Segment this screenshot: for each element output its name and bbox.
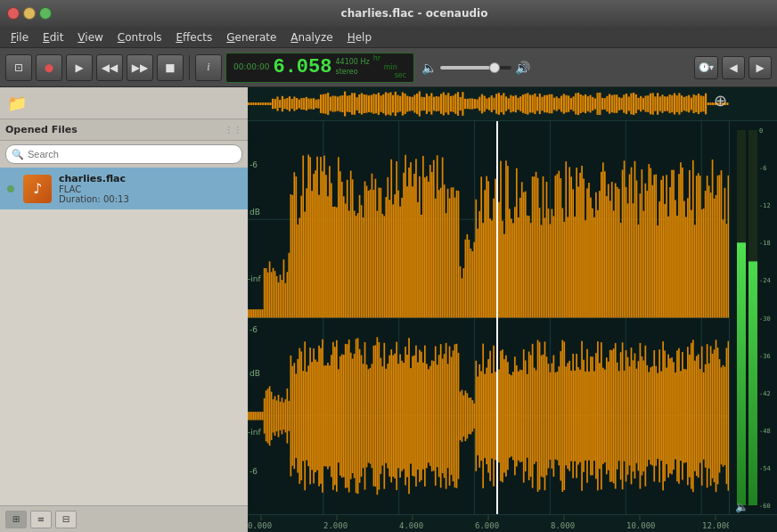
rewind-button[interactable]: ◀◀ <box>96 54 123 81</box>
search-icon: 🔍 <box>12 149 24 160</box>
menu-file[interactable]: File <box>4 29 36 45</box>
search-input[interactable] <box>28 149 236 160</box>
sample-rate: 44100 Hz <box>335 58 369 67</box>
menubar: File Edit View Controls Effects Generate… <box>0 27 777 48</box>
folder-icon: 📁 <box>7 94 27 112</box>
active-indicator <box>7 185 14 192</box>
time-display: 00:00:00 6.058 44100 Hz stereo hr min se… <box>225 53 414 83</box>
maximize-button[interactable] <box>39 7 52 20</box>
timeline <box>248 514 777 532</box>
volume-high-icon: 🔊 <box>515 61 530 75</box>
menu-edit[interactable]: Edit <box>36 29 70 45</box>
record-button[interactable]: ● <box>36 54 62 81</box>
loop-icon: ⊡ <box>14 61 23 74</box>
main-waveform-canvas <box>248 121 777 514</box>
dropdown-arrow: ▾ <box>709 62 714 72</box>
search-input-wrap: 🔍 <box>5 144 242 164</box>
time-min: 00 <box>247 62 257 71</box>
opened-files-label: Opened Files <box>5 124 221 135</box>
music-icon: ♪ <box>33 180 42 197</box>
waveform-canvas-area: -6 dB -inf -6 dB -inf -6 <box>248 121 777 514</box>
menu-generate[interactable]: Generate <box>219 29 283 45</box>
minimize-button[interactable] <box>23 7 36 20</box>
stop-button[interactable]: ■ <box>157 54 184 81</box>
menu-view[interactable]: View <box>70 29 110 45</box>
time-labels: hr min sec <box>373 54 407 80</box>
file-duration: Duration: 00:13 <box>59 194 129 204</box>
sidebar: 📁 Opened Files ⋮⋮ 🔍 ♪ charlies.flac FLAC… <box>0 87 248 532</box>
menu-analyze[interactable]: Analyze <box>283 29 339 45</box>
nav-back-icon: ◀ <box>729 61 737 74</box>
volume-thumb <box>489 62 500 73</box>
window-title: charlies.flac - ocenaudio <box>59 7 770 20</box>
menu-help[interactable]: Help <box>340 29 379 45</box>
volume-low-icon: 🔈 <box>421 61 437 75</box>
vu-canvas <box>730 121 777 514</box>
play-button[interactable]: ▶ <box>66 54 93 81</box>
file-list: ♪ charlies.flac FLAC Duration: 00:13 <box>0 168 248 505</box>
file-info: charlies.flac FLAC Duration: 00:13 <box>59 173 129 204</box>
overview-canvas <box>248 87 729 120</box>
opened-files-bar: Opened Files ⋮⋮ <box>0 119 248 141</box>
grip-icon: ⋮⋮ <box>225 125 242 135</box>
time-hrs: 00 <box>233 62 243 71</box>
window-controls <box>7 7 52 20</box>
nav-forward-button[interactable]: ▶ <box>748 56 772 79</box>
file-name: charlies.flac <box>59 173 129 184</box>
db-label-top-inf: -inf <box>248 274 261 283</box>
time-sec: 00 <box>259 62 269 71</box>
channels: stereo <box>335 68 369 77</box>
waveform-area[interactable]: ⊕ -6 dB -inf -6 dB -inf -6 <box>248 87 777 532</box>
playhead <box>496 121 498 514</box>
file-thumbnail: ♪ <box>23 175 52 203</box>
stop-icon: ■ <box>165 61 175 74</box>
db-label-mid-minus6: -6 <box>249 325 258 334</box>
db-label-bot-db: dB <box>249 369 260 378</box>
db-label-bot-minus6: -6 <box>249 467 258 476</box>
volume-control: 🔈 🔊 <box>421 61 530 75</box>
db-label-bot-inf: -inf <box>248 428 261 437</box>
view-grid-large[interactable]: ⊞ <box>5 511 27 528</box>
titlebar: charlies.flac - ocenaudio <box>0 0 777 27</box>
clock-icon: 🕐 <box>699 62 709 72</box>
view-detail[interactable]: ⊟ <box>55 511 77 528</box>
info-icon: i <box>207 61 209 74</box>
forward-button[interactable]: ▶▶ <box>127 54 153 81</box>
zoom-icon[interactable]: ⊕ <box>714 91 727 110</box>
volume-slider[interactable] <box>440 66 511 70</box>
close-button[interactable] <box>7 7 20 20</box>
volume-fill <box>440 66 490 70</box>
db-label-top-minus6: -6 <box>249 160 258 169</box>
db-label-top-db: dB <box>249 208 260 217</box>
menu-controls[interactable]: Controls <box>110 29 169 45</box>
forward-icon: ▶▶ <box>132 61 148 74</box>
file-item[interactable]: ♪ charlies.flac FLAC Duration: 00:13 <box>0 168 248 209</box>
toolbar: ⊡ ● ▶ ◀◀ ▶▶ ■ i 00:00:00 6.058 44100 Hz … <box>0 48 777 87</box>
menu-effects[interactable]: Effects <box>168 29 219 45</box>
view-list[interactable]: ≡ <box>30 511 52 528</box>
info-button[interactable]: i <box>195 54 222 81</box>
file-type: FLAC <box>59 184 129 194</box>
waveform-overview: ⊕ <box>248 87 777 121</box>
play-icon: ▶ <box>75 61 83 74</box>
timeline-canvas <box>248 515 729 532</box>
record-icon: ● <box>45 61 53 74</box>
search-box: 🔍 <box>0 141 248 168</box>
waveform-main: -6 dB -inf -6 dB -inf -6 <box>248 121 777 514</box>
nav-forward-icon: ▶ <box>756 61 764 74</box>
toolbar-separator <box>189 55 190 80</box>
vu-meters <box>729 121 777 514</box>
rewind-icon: ◀◀ <box>102 61 118 74</box>
time-large: 6.058 <box>273 56 331 78</box>
main-content: 📁 Opened Files ⋮⋮ 🔍 ♪ charlies.flac FLAC… <box>0 87 777 532</box>
time-small-hms: 00:00:00 <box>233 62 269 72</box>
nav-back-button[interactable]: ◀ <box>722 56 745 79</box>
clock-dropdown[interactable]: 🕐 ▾ <box>694 56 718 79</box>
sidebar-header: 📁 <box>0 87 248 119</box>
sidebar-bottom: ⊞ ≡ ⊟ <box>0 505 248 532</box>
time-unit: 44100 Hz stereo <box>335 58 369 77</box>
loop-button[interactable]: ⊡ <box>5 54 32 81</box>
